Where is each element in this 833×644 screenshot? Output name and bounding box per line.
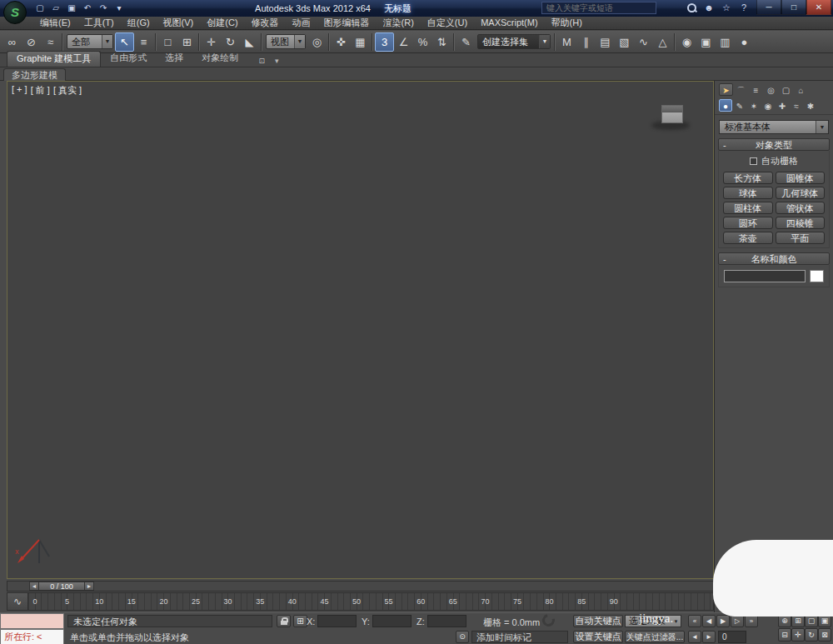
go-to-start-button[interactable]: « bbox=[688, 615, 701, 627]
layer-manager-button[interactable]: ▤ bbox=[596, 32, 615, 52]
object-name-input[interactable] bbox=[724, 270, 806, 282]
z-coordinate-input[interactable] bbox=[427, 615, 466, 627]
minimize-button[interactable]: ─ bbox=[756, 0, 781, 15]
open-file-icon[interactable]: ▱ bbox=[49, 2, 62, 14]
object-button-teapot[interactable]: 茶壶 bbox=[723, 232, 773, 244]
object-color-swatch[interactable] bbox=[810, 270, 824, 282]
menu-tools[interactable]: 工具(T) bbox=[77, 17, 121, 29]
object-button-torus[interactable]: 圆环 bbox=[723, 217, 773, 229]
new-scene-icon[interactable]: ▢ bbox=[33, 2, 47, 14]
object-button-cone[interactable]: 圆锥体 bbox=[776, 172, 826, 184]
ribbon-tab-freeform[interactable]: 自由形式 bbox=[101, 51, 156, 67]
time-tag-icon[interactable]: ⊙ bbox=[456, 631, 469, 643]
rendered-frame-window-button[interactable]: ▥ bbox=[716, 32, 735, 52]
menu-group[interactable]: 组(G) bbox=[121, 17, 157, 29]
menu-help[interactable]: 帮助(H) bbox=[545, 17, 589, 29]
auto-key-button[interactable]: 自动关键点 bbox=[573, 615, 623, 627]
tab-hierarchy[interactable]: ≡ bbox=[749, 83, 763, 96]
menu-animation[interactable]: 动画 bbox=[286, 17, 317, 29]
search-input[interactable] bbox=[541, 2, 656, 14]
menu-views[interactable]: 视图(V) bbox=[157, 17, 201, 29]
next-key-button[interactable]: ► bbox=[702, 631, 716, 643]
align-button[interactable]: ∥ bbox=[576, 32, 596, 52]
application-menu-button[interactable]: S bbox=[3, 1, 27, 24]
x-coordinate-input[interactable] bbox=[317, 615, 357, 627]
name-color-rollout-header[interactable]: - 名称和颜色 bbox=[718, 252, 830, 265]
primitive-category-dropdown[interactable]: 标准基本体 ▼ bbox=[719, 120, 829, 134]
spinner-snap-toggle[interactable]: ⇅ bbox=[432, 32, 451, 52]
time-slider-next-icon[interactable]: ► bbox=[84, 582, 94, 591]
absolute-mode-toggle[interactable]: ⊞ bbox=[293, 615, 307, 627]
object-button-geosphere[interactable]: 几何球体 bbox=[776, 187, 826, 199]
viewport-menu-general[interactable]: [ + ] bbox=[12, 84, 27, 97]
time-slider-prev-icon[interactable]: ◄ bbox=[29, 582, 39, 591]
autogrid-checkbox[interactable] bbox=[750, 157, 757, 165]
category-helpers-icon[interactable]: ✚ bbox=[776, 99, 789, 112]
time-slider-knob[interactable]: ◄ 0 / 100 ► bbox=[29, 582, 94, 591]
tab-motion[interactable]: ◎ bbox=[764, 83, 778, 96]
category-lights-icon[interactable]: ✶ bbox=[747, 99, 761, 112]
favorites-icon[interactable]: ☆ bbox=[721, 2, 732, 14]
maximize-button[interactable]: □ bbox=[781, 0, 806, 15]
select-and-move-button[interactable]: ✛ bbox=[202, 32, 221, 52]
ribbon-tab-graphite[interactable]: Graphite 建模工具 bbox=[7, 51, 101, 67]
next-frame-button[interactable]: ▷ bbox=[731, 615, 744, 627]
object-type-rollout-header[interactable]: - 对象类型 bbox=[718, 138, 830, 151]
viewport-menu-view[interactable]: [ 前 ] bbox=[31, 84, 50, 97]
ribbon-tab-selection[interactable]: 选择 bbox=[156, 51, 192, 67]
category-space-warps-icon[interactable]: ≈ bbox=[790, 99, 803, 112]
rectangular-selection-region-button[interactable]: □ bbox=[158, 32, 177, 52]
zoom-region-button[interactable]: ⊟ bbox=[778, 628, 791, 642]
object-button-box[interactable]: 长方体 bbox=[723, 172, 773, 184]
key-filters-button[interactable]: 关键点过滤器... bbox=[625, 631, 685, 643]
ribbon-tab-object-paint[interactable]: 对象绘制 bbox=[192, 51, 247, 67]
named-selection-sets-dropdown[interactable]: 创建选择集▼ bbox=[477, 34, 551, 49]
previous-key-button[interactable]: ◄ bbox=[688, 631, 701, 643]
reference-coordinate-dropdown[interactable]: 视图▼ bbox=[266, 34, 306, 49]
object-button-tube[interactable]: 管状体 bbox=[776, 202, 826, 214]
tab-utilities[interactable]: ⌂ bbox=[794, 83, 808, 96]
menu-maxscript[interactable]: MAXScript(M) bbox=[474, 17, 544, 29]
select-object-button[interactable]: ↖ bbox=[115, 32, 134, 52]
select-and-scale-button[interactable]: ◣ bbox=[240, 32, 259, 52]
search-icon[interactable] bbox=[686, 2, 697, 13]
qat-dropdown-icon[interactable]: ▾ bbox=[112, 2, 126, 14]
go-to-end-button[interactable]: » bbox=[745, 615, 758, 627]
window-crossing-toggle[interactable]: ⊞ bbox=[177, 32, 197, 52]
graphite-ribbon-toggle[interactable]: ▧ bbox=[615, 32, 634, 52]
menu-rendering[interactable]: 渲染(R) bbox=[377, 17, 421, 29]
select-and-link-button[interactable]: ∞ bbox=[2, 32, 22, 52]
snaps-toggle-3d[interactable]: 3 bbox=[375, 32, 394, 52]
communication-center-icon[interactable]: ☻ bbox=[703, 2, 715, 14]
pan-button[interactable]: ✛ bbox=[791, 628, 805, 642]
menu-modifiers[interactable]: 修改器 bbox=[245, 17, 286, 29]
curve-editor-button[interactable]: ∿ bbox=[634, 32, 653, 52]
use-pivot-point-center-button[interactable]: ◎ bbox=[307, 32, 327, 52]
menu-customize[interactable]: 自定义(U) bbox=[421, 17, 474, 29]
selection-filter-dropdown[interactable]: 全部▼ bbox=[67, 34, 113, 49]
ribbon-panel-polygon-modeling[interactable]: 多边形建模 bbox=[3, 68, 66, 81]
tab-display[interactable]: ▢ bbox=[779, 83, 793, 96]
category-shapes-icon[interactable]: ✎ bbox=[733, 99, 746, 112]
object-button-pyramid[interactable]: 四棱锥 bbox=[776, 217, 826, 229]
unlink-selection-button[interactable]: ⊘ bbox=[22, 32, 41, 52]
render-setup-button[interactable]: ▣ bbox=[696, 32, 716, 52]
ribbon-minimize-icon[interactable]: ▾ bbox=[271, 55, 282, 67]
percent-snap-toggle[interactable]: % bbox=[413, 32, 432, 52]
set-key-button[interactable]: 设置关键点 bbox=[573, 631, 623, 643]
category-cameras-icon[interactable]: ◉ bbox=[761, 99, 775, 112]
category-geometry-icon[interactable]: ● bbox=[719, 99, 732, 112]
select-and-manipulate-button[interactable]: ✜ bbox=[332, 32, 351, 52]
object-button-cylinder[interactable]: 圆柱体 bbox=[723, 202, 773, 214]
macro-recorder-field[interactable] bbox=[0, 613, 64, 629]
save-file-icon[interactable]: ▣ bbox=[65, 2, 78, 14]
menu-edit[interactable]: 编辑(E) bbox=[33, 17, 77, 29]
schematic-view-button[interactable]: △ bbox=[653, 32, 672, 52]
maxscript-listener-field[interactable]: 所在行: < bbox=[0, 629, 64, 644]
orbit-button[interactable]: ↻ bbox=[805, 628, 818, 642]
object-button-sphere[interactable]: 球体 bbox=[723, 187, 773, 199]
select-and-rotate-button[interactable]: ↻ bbox=[221, 32, 240, 52]
mirror-button[interactable]: M bbox=[557, 32, 576, 52]
tab-modify[interactable]: ⌒ bbox=[734, 83, 748, 96]
y-coordinate-input[interactable] bbox=[372, 615, 412, 627]
